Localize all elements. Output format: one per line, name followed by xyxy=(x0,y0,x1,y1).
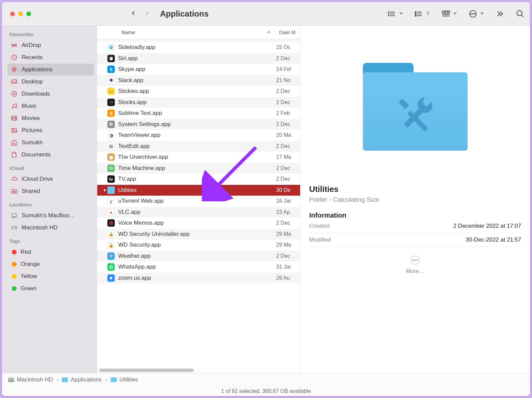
sidebar-item-macintosh-hd[interactable]: Macintosh HD xyxy=(7,222,94,234)
sidebar-item-label: Yellow xyxy=(21,273,37,280)
list-row[interactable]: ↻Time Machine.app2 Dec xyxy=(97,163,300,174)
app-icon: ⤳ xyxy=(107,99,115,106)
svg-point-10 xyxy=(415,13,416,14)
svg-point-9 xyxy=(415,11,416,12)
sidebar-item-desktop[interactable]: Desktop xyxy=(7,76,94,88)
svg-rect-38 xyxy=(12,214,16,217)
sidebar-item-pictures[interactable]: Pictures xyxy=(7,124,94,136)
svg-point-19 xyxy=(473,13,473,14)
hd-icon xyxy=(11,224,18,231)
list-row[interactable]: ⚙System Settings.app2 Dec xyxy=(97,119,300,130)
search-button[interactable] xyxy=(516,9,525,18)
group-button[interactable] xyxy=(388,9,403,18)
list-row[interactable]: ◉Siri.app2 Dec xyxy=(97,53,300,64)
sidebar-item-applications[interactable]: Applications xyxy=(7,64,94,76)
list-row[interactable]: ☀Weather.app2 Dec xyxy=(97,251,300,262)
file-date: 26 Au xyxy=(275,275,300,281)
sidebar-item-sumukh-s-macboo-[interactable]: Sumukh's MacBoo… xyxy=(7,209,94,222)
file-name: zoom.us.app xyxy=(118,275,275,281)
list-row[interactable]: ⦿Voice Memos.app2 Dec xyxy=(97,218,300,229)
sidebar-item-sumukh[interactable]: Sumukh xyxy=(7,136,94,149)
more-icon: ••• xyxy=(411,256,420,265)
music-icon xyxy=(11,103,18,109)
list-row[interactable]: ▭Stickies.app2 Dec xyxy=(97,86,300,97)
file-name: TextEdit.app xyxy=(118,143,275,150)
svg-point-20 xyxy=(474,13,475,14)
sidebar-item-movies[interactable]: Movies xyxy=(7,112,94,124)
list-row[interactable]: µuTorrent Web.app16 Jar xyxy=(97,196,300,207)
sidebar-item-icloud-drive[interactable]: iCloud Drive xyxy=(7,173,94,185)
sidebar-item-green[interactable]: Green xyxy=(7,282,94,295)
close-button[interactable] xyxy=(10,11,15,16)
list-row[interactable]: 🔒WD Security Uninstaller.app29 Ma xyxy=(97,229,300,240)
sidebar-item-shared[interactable]: Shared xyxy=(7,185,94,197)
list-row[interactable]: ▤TextEdit.app2 Dec xyxy=(97,141,300,152)
path-segment[interactable]: Applications xyxy=(62,376,102,383)
list-row[interactable]: tvTV.app2 Dec xyxy=(97,174,300,185)
preview-more[interactable]: ••• More… xyxy=(309,256,521,275)
preview-subtitle: Folder - Calculating Size xyxy=(309,196,521,203)
column-name[interactable]: Name xyxy=(97,29,267,35)
list-row[interactable]: SSkype.app14 Fel xyxy=(97,64,300,75)
sidebar-item-red[interactable]: Red xyxy=(7,246,94,258)
share-button[interactable] xyxy=(442,9,457,18)
sidebar-item-orange[interactable]: Orange xyxy=(7,258,94,270)
nav-buttons xyxy=(130,9,151,18)
sidebar-item-music[interactable]: Music xyxy=(7,100,94,112)
file-name: TV.app xyxy=(118,176,275,182)
list-row[interactable]: ⤳Stocks.app2 Dec xyxy=(97,97,300,108)
sidebar-item-documents[interactable]: Documents xyxy=(7,149,94,161)
sidebar-item-label: Sumukh xyxy=(22,139,43,146)
list-row[interactable]: ■zoom.us.app26 Au xyxy=(97,273,300,284)
svg-point-4 xyxy=(388,13,389,14)
tag-dot-icon xyxy=(12,274,17,279)
sidebar-item-yellow[interactable]: Yellow xyxy=(7,270,94,282)
list-row[interactable]: ⚙Sideloadly.app15 Oc xyxy=(97,42,300,53)
app-icon: ↻ xyxy=(107,165,115,172)
action-button[interactable] xyxy=(469,9,484,18)
preview-created: Created 2 December 2022 at 17:07 xyxy=(309,219,521,233)
sidebar-item-recents[interactable]: Recents xyxy=(7,51,94,64)
view-button[interactable] xyxy=(415,9,430,18)
list-row[interactable]: Utilities30 De xyxy=(97,185,300,196)
list-row[interactable]: SSublime Text.app2 Feb xyxy=(97,108,300,119)
list-row[interactable]: 🔒WD Security.app29 Ma xyxy=(97,240,300,251)
file-name: uTorrent Web.app xyxy=(118,198,275,204)
preview-title: Utilities xyxy=(309,184,521,194)
forward-button[interactable] xyxy=(143,9,151,18)
minimize-button[interactable] xyxy=(18,11,23,16)
toolbar: Applications xyxy=(2,2,530,26)
window-title: Applications xyxy=(160,9,209,19)
sidebar-item-airdrop[interactable]: AirDrop xyxy=(7,39,94,51)
list-row[interactable] xyxy=(97,39,300,42)
horizontal-scrollbar[interactable] xyxy=(97,368,300,373)
path-segment[interactable]: Macintosh HD xyxy=(8,376,53,383)
overflow-button[interactable] xyxy=(496,9,504,18)
app-icon: ▭ xyxy=(107,88,115,95)
sidebar-item-downloads[interactable]: Downloads xyxy=(7,88,94,100)
app-icon: ▤ xyxy=(107,143,115,150)
file-name: WhatsApp.app xyxy=(118,264,275,270)
chevron-right-icon: › xyxy=(56,376,59,383)
sidebar-item-label: Movies xyxy=(22,115,40,122)
list-row[interactable]: ✱Slack.app21 No xyxy=(97,75,300,86)
status-bar: 1 of 92 selected, 360.67 GB available xyxy=(2,386,530,396)
list-row[interactable]: ✆WhatsApp.app31 Jar xyxy=(97,262,300,273)
svg-rect-13 xyxy=(445,11,448,13)
svg-point-23 xyxy=(14,45,15,46)
list-row[interactable]: ◑TeamViewer.app20 Ma xyxy=(97,130,300,141)
file-date: 2 Dec xyxy=(275,143,300,149)
zoom-button[interactable] xyxy=(26,11,31,16)
list-row[interactable]: ▲VLC.app23 Ap xyxy=(97,207,300,218)
back-button[interactable] xyxy=(130,9,137,18)
file-date: 20 Ma xyxy=(275,132,300,138)
column-name-label: Name xyxy=(122,29,135,35)
sort-ascending-icon[interactable] xyxy=(267,29,275,35)
path-segment[interactable]: Utilities xyxy=(111,376,138,383)
list-row[interactable]: ▣The Unarchiver.app17 Ma xyxy=(97,152,300,163)
column-date[interactable]: Date M xyxy=(275,29,300,35)
airdrop-icon xyxy=(11,42,18,49)
laptop-icon xyxy=(11,212,18,219)
finder-window: Applications xyxy=(2,2,530,396)
file-date: 29 Ma xyxy=(275,231,300,237)
